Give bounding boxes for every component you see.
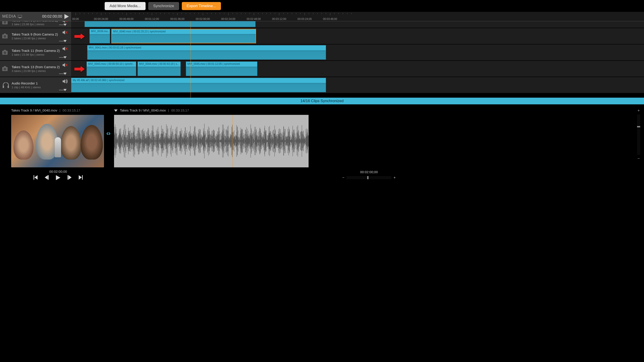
camera-icon: [2, 21, 10, 25]
timeline-ruler[interactable]: 00;0000:00:24;0000:00:48;0000:01:12;0000…: [71, 12, 326, 21]
step-forward-button[interactable]: [68, 175, 72, 180]
ruler-label: 00;00: [72, 17, 79, 20]
volume-slider[interactable]: [59, 73, 68, 75]
preview-waveform[interactable]: [114, 115, 308, 167]
ruler-label: 00:01:36;00: [170, 17, 184, 20]
track-name: Takes Track 9 (from Camera 2): [12, 32, 69, 36]
main-toolbar: Add More Media... Synchronize Export Tim…: [0, 0, 326, 12]
camera-icon: [2, 66, 10, 71]
svg-rect-0: [18, 15, 22, 17]
ruler-label: 00:00:48;00: [120, 17, 134, 20]
svg-point-13: [4, 51, 6, 54]
svg-marker-25: [45, 175, 48, 180]
dropdown-icon[interactable]: [114, 109, 118, 112]
track-row: Takes Track 11 (from Camera 2)1 take | 2…: [0, 44, 326, 61]
track-header[interactable]: Takes Track 11 (from Camera 2)1 take | 2…: [0, 44, 71, 60]
svg-rect-28: [68, 175, 68, 180]
track-meta: 2 takes | 23.98 fps | stereo: [12, 37, 69, 40]
sync-status-bar: 14/16 Clips Synchronized: [0, 98, 326, 104]
ruler-label: 00:00:24;00: [94, 17, 108, 20]
tracks-area: Takes Track 8 (from Camera 2)1 take | 23…: [0, 21, 326, 98]
clip[interactable]: MVI_0043.mov | 00:00:50;10 | synchr..: [86, 61, 136, 76]
svg-rect-23: [34, 175, 34, 180]
mute-button[interactable]: [62, 47, 68, 51]
clip-label: MVI_0043.mov | 00:00:50;10 | synchr..: [88, 62, 134, 65]
clip[interactable]: MVI_0041.mov | 00:03:02;16 | synchronize…: [87, 45, 326, 60]
ruler-label: 00:03:12;00: [272, 17, 286, 20]
step-back-button[interactable]: [45, 175, 49, 180]
svg-rect-1: [19, 18, 20, 18]
play-button[interactable]: [64, 14, 69, 19]
clip[interactable]: MVI_0044.mov | 00:00:43;19 | s..: [138, 61, 181, 76]
export-timeline-button[interactable]: Export Timeline...: [182, 2, 221, 10]
svg-marker-21: [62, 79, 65, 83]
mute-button[interactable]: [62, 21, 68, 23]
mute-button[interactable]: [62, 30, 68, 34]
mute-button[interactable]: [62, 79, 68, 83]
clip-label: My 45 48k.aif | 00:02:43.960 | synchroni…: [73, 79, 124, 82]
clip-label: MVI_0039.mo..: [91, 30, 109, 33]
svg-point-17: [4, 68, 6, 70]
clip[interactable]: [84, 21, 256, 27]
svg-rect-8: [4, 33, 6, 35]
headphones-icon: [2, 82, 10, 88]
svg-rect-26: [48, 175, 49, 180]
media-timecode: 00:02:00;00: [42, 14, 62, 19]
clip-label: MVI_0040.mov | 00:02:25;23 | synchronize…: [113, 30, 166, 33]
clip-label: MVI_0045.mov | 00:01:12;05 | synchronize…: [188, 62, 240, 65]
volume-slider[interactable]: [59, 89, 68, 91]
play-button[interactable]: [56, 175, 60, 180]
track-meta: 3 takes | 23.98 fps | stereo: [12, 69, 69, 73]
track-content[interactable]: [71, 21, 326, 28]
svg-rect-16: [4, 66, 6, 67]
track-header[interactable]: Takes Track 13 (from Camera 2)3 takes | …: [0, 61, 71, 77]
svg-point-9: [4, 35, 6, 38]
clip[interactable]: MVI_0045.mov | 00:01:12;05 | synchronize…: [186, 61, 258, 76]
camera-icon: [2, 50, 10, 55]
track-row: Audio Recorder 11 clip | 48 KHz | stereo…: [0, 77, 326, 93]
svg-rect-31: [82, 175, 83, 180]
clip[interactable]: My 45 48k.aif | 00:02:43.960 | synchroni…: [71, 78, 326, 92]
ruler-label: 00:03:48;00: [323, 17, 326, 20]
arrow-annotation: [74, 33, 85, 40]
track-header[interactable]: Takes Track 9 (from Camera 2)2 takes | 2…: [0, 28, 71, 44]
svg-marker-2: [64, 14, 69, 19]
svg-marker-10: [62, 30, 65, 34]
transport-controls: [11, 175, 105, 180]
synchronize-button[interactable]: Synchronize: [148, 2, 179, 10]
preview-right-time: 00:02:00;00: [105, 170, 326, 174]
svg-rect-19: [3, 86, 4, 88]
track-header[interactable]: Takes Track 8 (from Camera 2)1 take | 23…: [0, 21, 71, 28]
mute-button[interactable]: [62, 63, 68, 67]
track-name: Audio Recorder 1: [12, 81, 69, 85]
svg-marker-22: [114, 109, 118, 112]
preview-right-title: Takes Track 9 / MVI_0040.mov|00:33:15;17: [114, 108, 326, 112]
link-icon[interactable]: [106, 132, 111, 135]
ruler-label: 00:02:48;00: [247, 17, 261, 20]
track-header[interactable]: Audio Recorder 11 clip | 48 KHz | stereo: [0, 77, 71, 93]
svg-marker-18: [62, 63, 65, 67]
ruler-label: 00:02:00;00: [196, 17, 210, 20]
clip[interactable]: MVI_0039.mo..: [90, 29, 110, 43]
track-content[interactable]: My 45 48k.aif | 00:02:43.960 | synchroni…: [71, 77, 326, 93]
svg-marker-27: [56, 175, 60, 180]
track-content[interactable]: MVI_0043.mov | 00:00:50;10 | synchr..MVI…: [71, 61, 326, 77]
volume-slider[interactable]: [59, 40, 68, 42]
volume-slider[interactable]: [59, 56, 68, 58]
add-media-button[interactable]: Add More Media...: [105, 2, 146, 10]
svg-marker-6: [62, 21, 65, 23]
preview-video-frame[interactable]: [11, 115, 104, 167]
camera-icon: [2, 33, 10, 39]
svg-marker-24: [34, 175, 38, 180]
track-row: Takes Track 13 (from Camera 2)3 takes | …: [0, 61, 326, 77]
track-content[interactable]: MVI_0041.mov | 00:03:02;16 | synchronize…: [71, 44, 326, 60]
skip-end-button[interactable]: [79, 175, 83, 180]
track-content[interactable]: MVI_0039.mo..MVI_0040.mov | 00:02:25;23 …: [71, 28, 326, 44]
skip-start-button[interactable]: [34, 175, 38, 180]
track-row: Takes Track 9 (from Camera 2)2 takes | 2…: [0, 28, 326, 44]
track-name: Takes Track 11 (from Camera 2): [12, 49, 69, 52]
track-row: Takes Track 8 (from Camera 2)1 take | 23…: [0, 21, 326, 28]
playhead[interactable]: [190, 21, 191, 98]
volume-slider[interactable]: [59, 24, 68, 26]
clip[interactable]: MVI_0040.mov | 00:02:25;23 | synchronize…: [111, 29, 256, 43]
